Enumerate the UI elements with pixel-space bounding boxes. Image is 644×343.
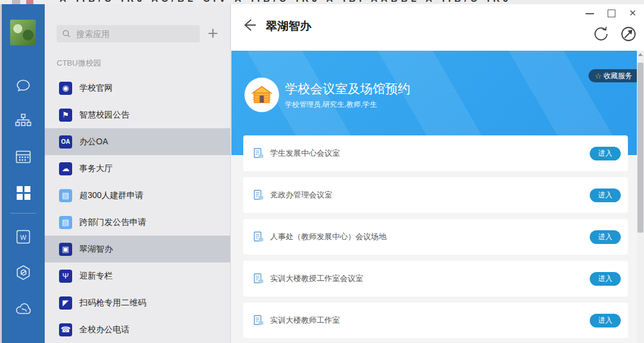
page-title: 翠湖智办 (266, 18, 311, 34)
maximize-icon[interactable] (607, 9, 615, 17)
minimize-icon[interactable] (586, 9, 594, 17)
room-doc-icon (253, 314, 265, 326)
app-item-crossdept-announcement[interactable]: ▤ 跨部门发公告申请 (45, 209, 230, 236)
room-card: 实训大楼教师工作室 进入 (243, 302, 628, 338)
service-page: 学校会议室及场馆预约 学校管理员,研究生,教师,学生 ☆ 收藏服务 学生发展中心… (231, 51, 637, 343)
contacts-icon[interactable] (14, 112, 32, 130)
workbench-icon[interactable] (14, 184, 32, 202)
tablet-icon: ▣ (59, 243, 72, 256)
back-icon[interactable] (242, 17, 257, 33)
apps-panel: + CTBU微校园 ◉ 学校官网 ⚑ 智慧校园公告 OA 办公OA ☁ 事务大厅… (45, 4, 231, 343)
meeting-phone-icon[interactable] (14, 299, 32, 317)
add-app-button[interactable]: + (204, 25, 222, 43)
room-card: 实训大楼教授工作室会议室 进入 (243, 261, 628, 296)
banner-title: 学校会议室及场馆预约 (285, 81, 410, 97)
rail-divider (10, 213, 36, 214)
nav-rail: W (2, 4, 45, 343)
open-in-browser-icon[interactable] (619, 24, 638, 44)
app-item-freshman-column[interactable]: Ψ 迎新专栏 (45, 262, 230, 289)
search-input[interactable] (76, 29, 190, 39)
app-item-affairs-hall[interactable]: ☁ 事务大厅 (45, 155, 230, 182)
scanner-icon: ◤ (59, 296, 72, 310)
clipboard-icon: ▤ (59, 189, 72, 202)
sprout-icon: Ψ (59, 270, 72, 283)
room-doc-icon (253, 147, 265, 159)
room-card: 党政办管理会议室 进入 (243, 177, 628, 213)
room-doc-icon (253, 273, 265, 285)
app-list: ◉ 学校官网 ⚑ 智慧校园公告 OA 办公OA ☁ 事务大厅 ▤ 超300人建群… (45, 75, 230, 343)
docs-icon[interactable]: W (14, 228, 32, 246)
room-card: 人事处（教师发展中心）会议场地 进入 (243, 219, 628, 255)
star-icon: ☆ (595, 72, 602, 81)
app-item-group-application[interactable]: ▤ 超300人建群申请 (45, 182, 230, 209)
cloud-hall-icon: ☁ (59, 162, 72, 175)
enter-button[interactable]: 进入 (590, 272, 621, 286)
oa-icon: OA (59, 135, 72, 149)
refresh-icon[interactable] (592, 24, 611, 44)
apps-section-label: CTBU微校园 (57, 58, 101, 69)
enter-button[interactable]: 进入 (590, 230, 621, 244)
close-icon[interactable]: ✕ (628, 9, 637, 17)
favorite-service-button[interactable]: ☆ 收藏服务 (589, 69, 637, 82)
enter-button[interactable]: 进入 (590, 189, 621, 202)
enter-button[interactable]: 进入 (590, 147, 621, 160)
scroll-up-arrow-icon[interactable] (638, 53, 643, 56)
enter-button[interactable]: 进入 (590, 314, 621, 327)
banner-audience: 学校管理员,研究生,教师,学生 (285, 100, 377, 110)
app-item-school-website[interactable]: ◉ 学校官网 (45, 75, 230, 101)
room-doc-icon (253, 231, 265, 243)
service-logo (244, 78, 279, 112)
school-emblem-icon: ◉ (59, 82, 72, 95)
app-search-box[interactable] (57, 25, 200, 42)
clipboard-icon: ▤ (59, 216, 72, 229)
user-avatar[interactable] (10, 20, 36, 45)
phone-icon: ☎ (59, 323, 72, 336)
app-item-campus-announcements[interactable]: ⚑ 智慧校园公告 (45, 101, 230, 128)
svg-text:W: W (20, 234, 27, 241)
content-scrollbar[interactable] (637, 51, 644, 343)
window-behind-artifact (12, 0, 20, 4)
app-item-scanner-qrcode[interactable]: ◤ 扫码枪专用二维码 (45, 289, 230, 316)
cabin-icon (251, 84, 273, 106)
room-doc-icon (253, 189, 265, 201)
room-card: 学生发展中心会议室 进入 (243, 135, 628, 171)
window-behind-artifact (26, 0, 33, 4)
scrollbar-thumb[interactable] (637, 63, 643, 233)
calendar-icon[interactable] (14, 148, 32, 166)
app-item-cuihu-zhiban[interactable]: ▣ 翠湖智办 (45, 236, 230, 262)
window-behind-clipped-text: A-IIB/C-IRJ AC/BL-CIV A-IIB/C-IRJ A-IBI … (60, 0, 512, 4)
chat-icon[interactable] (14, 77, 32, 95)
search-icon (62, 29, 71, 38)
main-header: 翠湖智办 ✕ (231, 4, 644, 51)
announcement-icon: ⚑ (59, 109, 72, 122)
header-tools (592, 24, 638, 44)
window-controls: ✕ (586, 7, 637, 20)
window-behind-strip: A-IIB/C-IRJ AC/BL-CIV A-IIB/C-IRJ A-IBI … (0, 0, 644, 4)
app-item-office-phone[interactable]: ☎ 全校办公电话 (45, 316, 230, 343)
app-item-office-oa[interactable]: OA 办公OA (45, 128, 230, 155)
drive-icon[interactable] (14, 264, 32, 282)
